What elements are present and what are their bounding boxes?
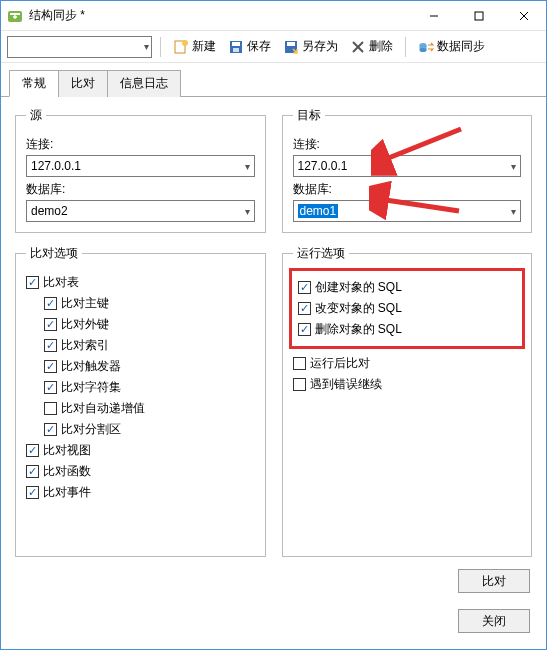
compare-button-row: 比对 <box>458 569 530 593</box>
right-column: 目标 连接: 127.0.0.1▾ 数据库: demo1▾ 运行选项 创建对象的… <box>282 107 533 569</box>
app-window: 结构同步 * ▾ 新建 保存 另存为 删除 数据同步 常规 <box>0 0 547 650</box>
source-db-combo[interactable]: demo2▾ <box>26 200 255 222</box>
target-group: 目标 连接: 127.0.0.1▾ 数据库: demo1▾ <box>282 107 533 233</box>
source-conn-combo[interactable]: 127.0.0.1▾ <box>26 155 255 177</box>
compare-button[interactable]: 比对 <box>458 569 530 593</box>
chk-sql-alter[interactable] <box>298 302 311 315</box>
chk-compare-autoinc[interactable] <box>44 402 57 415</box>
maximize-button[interactable] <box>456 1 501 31</box>
chk-compare-event[interactable] <box>26 486 39 499</box>
separator <box>160 37 161 57</box>
svg-point-7 <box>182 40 188 46</box>
saveas-button[interactable]: 另存为 <box>279 36 342 57</box>
target-conn-label: 连接: <box>293 136 522 153</box>
tab-compare[interactable]: 比对 <box>58 70 108 97</box>
highlight-box: 创建对象的 SQL 改变对象的 SQL 删除对象的 SQL <box>289 268 526 349</box>
chk-compare-fk[interactable] <box>44 318 57 331</box>
chk-compare-pk[interactable] <box>44 297 57 310</box>
chk-compare-view[interactable] <box>26 444 39 457</box>
svg-rect-1 <box>10 13 20 15</box>
svg-rect-3 <box>475 12 483 20</box>
delete-icon <box>350 39 366 55</box>
target-legend: 目标 <box>293 107 325 124</box>
toolbar: ▾ 新建 保存 另存为 删除 数据同步 <box>1 31 546 63</box>
saveas-icon <box>283 39 299 55</box>
target-conn-combo[interactable]: 127.0.0.1▾ <box>293 155 522 177</box>
target-db-combo[interactable]: demo1▾ <box>293 200 522 222</box>
chk-run-after-compare[interactable] <box>293 357 306 370</box>
profile-combo[interactable]: ▾ <box>7 36 152 58</box>
source-conn-label: 连接: <box>26 136 255 153</box>
compare-options-legend: 比对选项 <box>26 245 82 262</box>
svg-rect-9 <box>232 42 240 46</box>
titlebar: 结构同步 * <box>1 1 546 31</box>
tab-log[interactable]: 信息日志 <box>107 70 181 97</box>
chk-compare-function[interactable] <box>26 465 39 478</box>
close-button[interactable] <box>501 1 546 31</box>
window-title: 结构同步 * <box>29 7 411 24</box>
close-button-row: 关闭 <box>458 609 530 633</box>
tabs: 常规 比对 信息日志 <box>1 69 546 97</box>
chk-continue-on-error[interactable] <box>293 378 306 391</box>
datasync-icon <box>418 39 434 55</box>
chk-compare-table[interactable] <box>26 276 39 289</box>
tab-general[interactable]: 常规 <box>9 70 59 97</box>
source-group: 源 连接: 127.0.0.1▾ 数据库: demo2▾ <box>15 107 266 233</box>
datasync-button[interactable]: 数据同步 <box>414 36 489 57</box>
target-db-label: 数据库: <box>293 181 522 198</box>
compare-options-group: 比对选项 比对表 比对主键 比对外键 比对索引 比对触发器 比对字符集 比对自动… <box>15 245 266 557</box>
source-db-label: 数据库: <box>26 181 255 198</box>
separator <box>405 37 406 57</box>
svg-point-17 <box>420 48 427 52</box>
chk-sql-create[interactable] <box>298 281 311 294</box>
svg-rect-12 <box>287 42 295 46</box>
save-button[interactable]: 保存 <box>224 36 275 57</box>
new-button[interactable]: 新建 <box>169 36 220 57</box>
run-options-legend: 运行选项 <box>293 245 349 262</box>
delete-button[interactable]: 删除 <box>346 36 397 57</box>
svg-rect-10 <box>233 48 239 52</box>
run-options-group: 运行选项 创建对象的 SQL 改变对象的 SQL 删除对象的 SQL 运行后比对… <box>282 245 533 557</box>
close-dialog-button[interactable]: 关闭 <box>458 609 530 633</box>
chk-compare-trigger[interactable] <box>44 360 57 373</box>
chk-compare-index[interactable] <box>44 339 57 352</box>
new-icon <box>173 39 189 55</box>
tab-body: 源 连接: 127.0.0.1▾ 数据库: demo2▾ 比对选项 比对表 比对… <box>1 97 546 569</box>
source-legend: 源 <box>26 107 46 124</box>
left-column: 源 连接: 127.0.0.1▾ 数据库: demo2▾ 比对选项 比对表 比对… <box>15 107 266 569</box>
app-icon <box>7 8 23 24</box>
chk-sql-drop[interactable] <box>298 323 311 336</box>
chk-compare-charset[interactable] <box>44 381 57 394</box>
save-icon <box>228 39 244 55</box>
chk-compare-partition[interactable] <box>44 423 57 436</box>
minimize-button[interactable] <box>411 1 456 31</box>
